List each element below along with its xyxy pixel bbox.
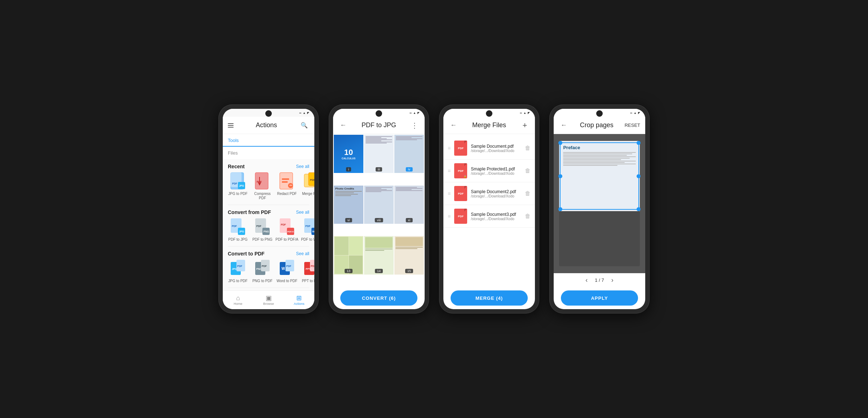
app-bar-2: ← PDF to JPG ⋮ <box>333 117 425 134</box>
nav-home[interactable]: ⌂ Home <box>223 295 253 306</box>
tool-pdf-png-label: PDF to PNG <box>252 237 273 242</box>
next-page-button[interactable]: › <box>611 276 614 284</box>
tool-jpg-to-pdf[interactable]: PDF JPG JPG to PDF <box>226 172 249 200</box>
tool-pdf-to-png[interactable]: PDF PNG PDF to PNG <box>251 217 274 242</box>
page-label-xi: xi <box>406 218 413 222</box>
crop-overlay-box[interactable] <box>560 142 639 210</box>
tool-redact-pdf[interactable]: ✏ Redact PDF <box>275 172 298 200</box>
reset-button[interactable]: RESET <box>625 123 640 128</box>
file-icon-0: PDF <box>454 141 467 156</box>
tool-compress-pdf[interactable]: PDF Compress PDF <box>251 172 274 200</box>
screen1-content: Recent See all PDF JPG <box>223 159 314 290</box>
crop-handle-br[interactable] <box>637 207 641 211</box>
crop-view: Preface <box>554 134 645 273</box>
tool-ppt-pdf-label: PPT to PDF <box>302 279 314 283</box>
drag-handle-1[interactable]: ≡ <box>448 168 451 174</box>
page-cell-14[interactable]: 14 <box>364 236 394 274</box>
app-bar-1: Actions 🔍 <box>223 117 314 134</box>
prev-page-button[interactable]: ‹ <box>585 276 588 284</box>
merge-button[interactable]: MERGE (4) <box>451 290 528 306</box>
tool-pdf-to-pdfa[interactable]: PDF PDF/A PDF to PDF/A <box>275 217 298 242</box>
page-cell-iv[interactable]: iv <box>394 135 424 173</box>
tool-pdf-to-jpg[interactable]: PDF JPG PDF to JPG <box>226 217 249 242</box>
nav-browse[interactable]: ▣ Browse <box>253 295 284 306</box>
page-cell-i[interactable]: 10 CALCULUS i <box>334 135 363 173</box>
page-cell-13[interactable]: 13 <box>334 236 363 274</box>
page-cell-viii[interactable]: viii <box>364 186 394 224</box>
convert-from-pdf-header: Convert from PDF See all <box>223 205 314 217</box>
crop-handle-tr[interactable] <box>637 141 641 145</box>
svg-text:PDF: PDF <box>286 265 292 267</box>
page-label-iii: iii <box>376 167 382 172</box>
svg-rect-8 <box>282 178 289 180</box>
file-name-2: Sample Document2.pdf <box>471 189 521 194</box>
svg-text:JPG: JPG <box>232 268 237 270</box>
convert-button[interactable]: CONVERT (6) <box>340 290 417 306</box>
phones-container: ▪▪ ▲ ◤ Actions 🔍 Tools Files <box>218 104 650 314</box>
status-icons-3: ▪▪ ▲ ◤ <box>520 111 530 115</box>
status-icons-4: ▪▪ ▲ ◤ <box>630 111 640 115</box>
phone-4-screen: ▪▪ ▲ ◤ ← Crop pages RESET <box>554 109 645 309</box>
more-menu-2[interactable]: ⋮ <box>409 120 420 130</box>
phone-3: ▪▪ ▲ ◤ ← Merge Files + ≡ PDF <box>439 104 539 314</box>
file-name-3: Sample Document3.pdf <box>471 212 521 217</box>
nav-actions[interactable]: ⊞ Actions <box>284 295 314 306</box>
delete-button-1[interactable]: 🗑 <box>525 168 531 174</box>
tool-jpg-pdf2-label: JPG to PDF <box>228 279 247 283</box>
file-name-0: Sample Document.pdf <box>471 144 521 149</box>
drag-handle-0[interactable]: ≡ <box>448 145 451 151</box>
svg-text:PDF: PDF <box>311 265 314 267</box>
svg-text:PDF/A: PDF/A <box>287 231 294 233</box>
drag-handle-3[interactable]: ≡ <box>448 213 451 219</box>
convert-to-see-all[interactable]: See all <box>296 251 309 256</box>
page-cell-vi[interactable]: Photo Credits vi <box>334 186 363 224</box>
merge-file-list: ≡ PDF Sample Document.pdf /storage/.../D… <box>443 134 535 287</box>
svg-text:PDF: PDF <box>305 225 311 227</box>
drag-handle-2[interactable]: ≡ <box>448 191 451 196</box>
tool-pdf-to-word[interactable]: PDF W PDF to Word <box>300 217 314 242</box>
status-bar-3: ▪▪ ▲ ◤ <box>443 109 535 117</box>
file-info-1: Smaple Protected1.pdf /storage/.../Downl… <box>471 166 521 175</box>
app-bar-3: ← Merge Files + <box>443 117 535 134</box>
tab-files[interactable]: Files <box>223 147 314 159</box>
svg-text:✏: ✏ <box>289 183 293 187</box>
crop-handle-mr[interactable] <box>637 174 641 178</box>
delete-button-3[interactable]: 🗑 <box>525 213 531 219</box>
crop-handle-tl[interactable] <box>558 141 562 145</box>
phone-4: ▪▪ ▲ ◤ ← Crop pages RESET <box>549 104 650 314</box>
page-label-i: i <box>346 167 351 172</box>
convert-from-see-all[interactable]: See all <box>296 210 309 215</box>
page-cell-15[interactable]: 15 <box>394 236 424 274</box>
search-icon[interactable]: 🔍 <box>299 120 309 130</box>
status-bar-1: ▪▪ ▲ ◤ <box>223 109 314 117</box>
crop-handle-ml[interactable] <box>558 174 562 178</box>
back-button-3[interactable]: ← <box>448 120 459 130</box>
add-file-button[interactable]: + <box>520 120 530 130</box>
delete-button-2[interactable]: 🗑 <box>525 190 531 197</box>
tab-tools[interactable]: Tools <box>223 134 314 147</box>
convert-to-pdf-header: Convert to PDF See all <box>223 246 314 259</box>
status-bar-2: ▪▪ ▲ ◤ <box>333 109 425 117</box>
apply-button[interactable]: APPLY <box>561 290 638 306</box>
page-cell-xi[interactable]: xi <box>394 186 424 224</box>
tool-word-to-pdf[interactable]: W PDF Word to PDF <box>275 259 298 283</box>
svg-text:JPG: JPG <box>239 184 244 187</box>
back-button-4[interactable]: ← <box>559 120 569 130</box>
convert-to-pdf-tools: JPG PDF JPG to PDF PNG <box>223 259 314 288</box>
page-label-viii: viii <box>375 218 383 222</box>
page-cell-iii[interactable]: iii <box>364 135 394 173</box>
phone-2-screen: ▪▪ ▲ ◤ ← PDF to JPG ⋮ 10 CALCULUS <box>333 109 425 309</box>
crop-pagination: ‹ 1 / 7 › <box>554 273 645 287</box>
tool-png-to-pdf[interactable]: PNG PDF PNG to PDF <box>251 259 274 283</box>
tool-merge-files[interactable]: PDF Merge Files <box>300 172 314 200</box>
tool-ppt-to-pdf[interactable]: PPT PDF PPT to PDF <box>300 259 314 283</box>
delete-button-0[interactable]: 🗑 <box>525 145 531 151</box>
svg-text:PDF: PDF <box>262 265 267 267</box>
page-title-4: Crop pages <box>569 121 625 129</box>
tool-jpg-to-pdf2[interactable]: JPG PDF JPG to PDF <box>226 259 249 283</box>
recent-see-all[interactable]: See all <box>296 164 309 169</box>
svg-text:PDF: PDF <box>232 182 238 185</box>
menu-icon[interactable] <box>228 123 234 128</box>
page-number: 1 / 7 <box>595 277 604 283</box>
back-button-2[interactable]: ← <box>338 120 348 130</box>
